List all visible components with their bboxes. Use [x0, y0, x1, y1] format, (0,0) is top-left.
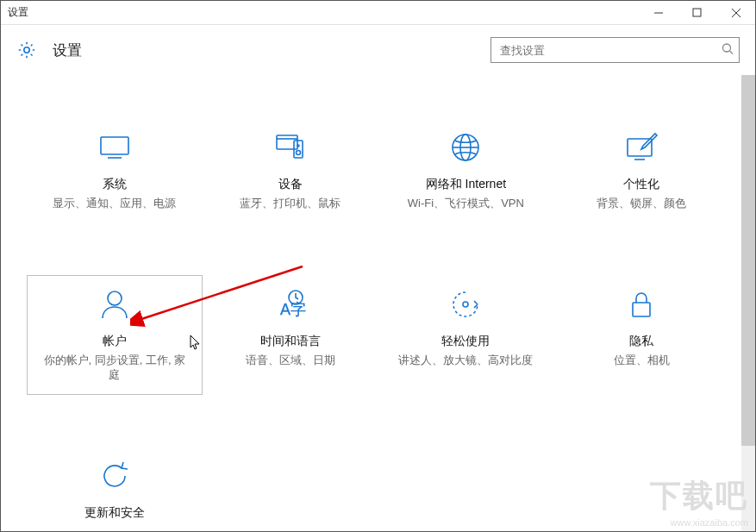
gear-icon [16, 40, 37, 60]
tile-system[interactable]: 系统 显示、通知、应用、电源 [27, 118, 203, 223]
content-area: 系统 显示、通知、应用、电源 设备 蓝牙、打印机、鼠标 网络和 Internet… [1, 75, 755, 531]
tile-time-language[interactable]: A字 时间和语言 语音、区域、日期 [203, 275, 378, 395]
svg-rect-1 [693, 9, 701, 16]
search-input[interactable] [490, 37, 740, 63]
svg-line-6 [730, 51, 734, 54]
ease-of-access-icon [447, 285, 484, 323]
window-controls [639, 1, 755, 24]
svg-rect-23 [633, 303, 650, 316]
svg-point-4 [24, 47, 29, 53]
scrollbar[interactable] [741, 75, 755, 531]
scrollbar-thumb[interactable] [741, 75, 755, 446]
tile-devices[interactable]: 设备 蓝牙、打印机、鼠标 [203, 118, 378, 223]
personalization-icon [622, 128, 660, 166]
titlebar: 设置 [1, 1, 755, 25]
devices-icon [272, 128, 309, 166]
svg-point-19 [108, 291, 122, 305]
time-language-icon: A字 [272, 285, 309, 323]
close-button[interactable] [716, 1, 755, 24]
tile-update-security[interactable]: 更新和安全 [27, 447, 203, 531]
tile-accounts[interactable]: 帐户 你的帐户, 同步设置, 工作, 家庭 [27, 275, 203, 395]
svg-point-12 [296, 151, 300, 155]
system-icon [96, 128, 134, 166]
update-icon [96, 457, 134, 495]
tile-privacy[interactable]: 隐私 位置、相机 [553, 275, 729, 395]
minimize-button[interactable] [639, 1, 678, 24]
svg-point-22 [463, 302, 468, 307]
tile-personalization[interactable]: 个性化 背景、锁屏、颜色 [553, 118, 729, 223]
svg-point-13 [297, 145, 299, 147]
tile-network[interactable]: 网络和 Internet Wi-Fi、飞行模式、VPN [378, 118, 554, 223]
svg-point-5 [723, 44, 731, 52]
tile-ease-of-access[interactable]: 轻松使用 讲述人、放大镜、高对比度 [378, 275, 554, 395]
maximize-button[interactable] [678, 1, 716, 24]
globe-icon [447, 128, 484, 166]
svg-rect-7 [101, 137, 128, 154]
accounts-icon [96, 285, 134, 323]
page-title: 设置 [53, 41, 82, 60]
search-wrap [490, 37, 740, 63]
search-icon[interactable] [721, 42, 734, 59]
svg-text:A字: A字 [280, 301, 306, 318]
window-title: 设置 [8, 5, 28, 20]
lock-icon [622, 285, 660, 323]
header: 设置 [1, 25, 755, 75]
